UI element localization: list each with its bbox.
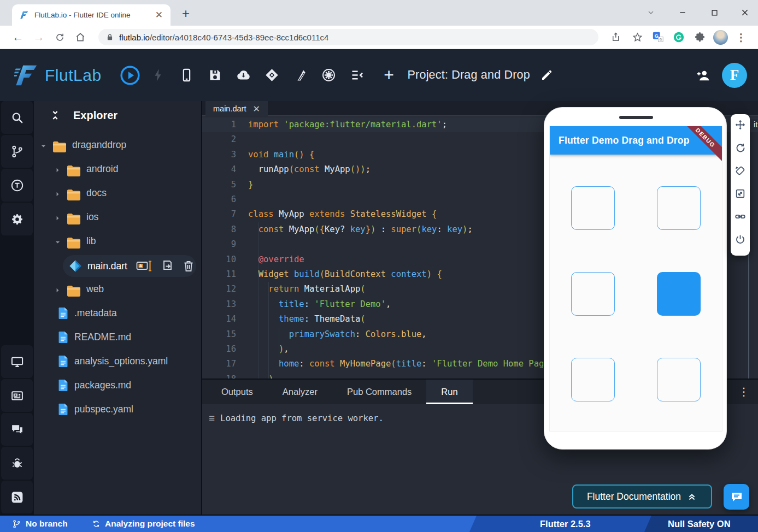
chat-support-button[interactable] [724,484,749,510]
translate-extension-icon[interactable]: Ga [649,28,667,46]
drop-target-square[interactable] [571,186,615,230]
browser-tab[interactable]: FlutLab.io - Flutter IDE online ✕ [12,4,171,26]
drop-target-square[interactable] [571,272,615,316]
forward-button[interactable]: → [30,28,48,46]
rail-news-button[interactable] [1,379,33,412]
dart-button[interactable] [258,61,286,90]
rail-chat-button[interactable] [1,413,33,446]
emulator-rotate-button[interactable] [735,165,746,176]
grammarly-extension-icon[interactable] [669,28,688,46]
folder-icon [67,284,81,298]
branch-status[interactable]: No branch [12,516,68,532]
tree-item-docs[interactable]: docs [34,182,201,206]
delete-button[interactable] [182,259,195,273]
back-button[interactable]: ← [9,28,27,46]
emulator-refresh-button[interactable] [735,142,746,153]
reload-button[interactable] [50,28,69,46]
panel-tab-outputs[interactable]: Outputs [207,380,268,404]
lock-icon[interactable] [106,33,114,41]
flutter-documentation-button[interactable]: Flutter Documentation [572,484,712,509]
rename-button[interactable]: A [136,258,152,274]
rss-icon [10,490,24,504]
flutlab-logo[interactable]: FlutLab [14,63,102,88]
rail-git-branch-button[interactable] [1,135,33,168]
save-button[interactable] [201,61,230,90]
emulator-power-button[interactable] [735,234,746,245]
tree-item-pubspec-yaml[interactable]: pubspec.yaml [34,398,201,422]
lightning-button[interactable] [144,61,173,90]
rail-search-button[interactable] [1,101,33,134]
home-button[interactable] [71,28,90,46]
clipped-editor-text: it [751,119,758,129]
drop-target-square[interactable] [657,186,701,230]
user-avatar[interactable]: F [722,63,747,88]
tree-item--metadata[interactable]: .metadata [34,302,201,326]
tree-item-web[interactable]: web [34,278,201,302]
cloud-download-button[interactable] [230,61,258,90]
browser-profile-avatar[interactable] [711,28,730,46]
project-title: Project: Drag and Drop [408,68,530,82]
flutter-version-status[interactable]: Flutter 2.5.3 [540,516,591,532]
resize-icon [735,188,746,199]
tree-item-readme-md[interactable]: README.md [34,326,201,350]
engine-button[interactable] [315,61,343,90]
tree-item-label: draganddrop [72,139,126,151]
editor-tab-main-dart[interactable]: main.dart ✕ [205,101,268,116]
status-segment-activity [0,516,477,532]
display-icon [10,355,24,369]
invite-collaborator-icon[interactable] [696,68,711,83]
rail-settings-button[interactable] [1,203,33,235]
drop-target-square[interactable] [571,358,615,401]
emulator-resize-button[interactable] [735,188,746,199]
tree-item-analysis-options-yaml[interactable]: analysis_options.yaml [34,350,201,374]
rail-bug-button[interactable] [1,447,33,480]
window-menu-chevron-icon[interactable] [644,5,658,20]
bookmark-star-icon[interactable] [628,28,647,46]
play-circle-button[interactable] [116,61,144,90]
tree-item-ios[interactable]: ios [34,206,201,230]
null-safety-status[interactable]: Null Safety ON [668,516,731,532]
drop-target-square[interactable] [657,358,701,401]
collapse-all-icon[interactable] [49,109,61,121]
new-tab-button[interactable]: + [178,7,193,22]
rail-rss-button[interactable] [1,481,33,513]
chevron-double-up-icon [686,491,697,502]
tree-item-lib[interactable]: lib [34,230,201,254]
emulator-screen[interactable]: Flutter Demo Drag and Drop DEBUG [549,126,722,431]
panel-tab-analyzer[interactable]: Analyzer [268,380,332,404]
tree-item-draganddrop[interactable]: draganddrop [34,134,201,158]
editor-tab-close-icon[interactable]: ✕ [252,104,260,114]
window-minimize-button[interactable] [675,5,690,20]
add-project-button[interactable]: + [379,65,399,85]
dart-file-icon [69,259,82,273]
panel-tab-pub-commands[interactable]: Pub Commands [332,380,426,404]
tree-item-main-dart[interactable]: main.dartA [34,254,201,278]
pages-button[interactable] [286,61,315,90]
emulator-link-button[interactable] [735,211,746,222]
share-icon[interactable] [607,28,626,46]
draggable-box[interactable] [657,272,701,316]
line-number: 5 [202,178,236,192]
browser-menu-icon[interactable]: ⋮ [732,28,750,46]
emulator-move-button[interactable] [735,119,746,131]
tree-item-android[interactable]: android [34,158,201,182]
device-phone-button[interactable] [173,61,201,90]
chevron-right-icon [54,166,62,174]
window-close-button[interactable] [738,5,752,20]
duplicate-button[interactable] [161,259,174,273]
address-bar[interactable]: flutlab.io/editor/a4018c40-6743-45d3-89e… [98,29,598,45]
selected-file-pill[interactable]: main.dartA [63,255,196,277]
edit-project-name-icon[interactable] [540,69,553,82]
panel-menu-icon[interactable]: ⋮ [738,385,749,398]
header-toolbar [116,61,372,90]
analyzer-status[interactable]: Analyzing project files [92,516,195,532]
collapse-menu-button[interactable] [343,61,372,90]
panel-tab-run[interactable]: Run [426,380,472,404]
tree-item-packages-md[interactable]: packages.md [34,374,201,398]
window-maximize-button[interactable] [707,5,721,20]
activity-rail [0,101,34,515]
tab-close-icon[interactable]: ✕ [153,9,165,21]
rail-template-button[interactable] [1,169,33,202]
extensions-puzzle-icon[interactable] [690,28,709,46]
rail-display-button[interactable] [1,345,33,378]
